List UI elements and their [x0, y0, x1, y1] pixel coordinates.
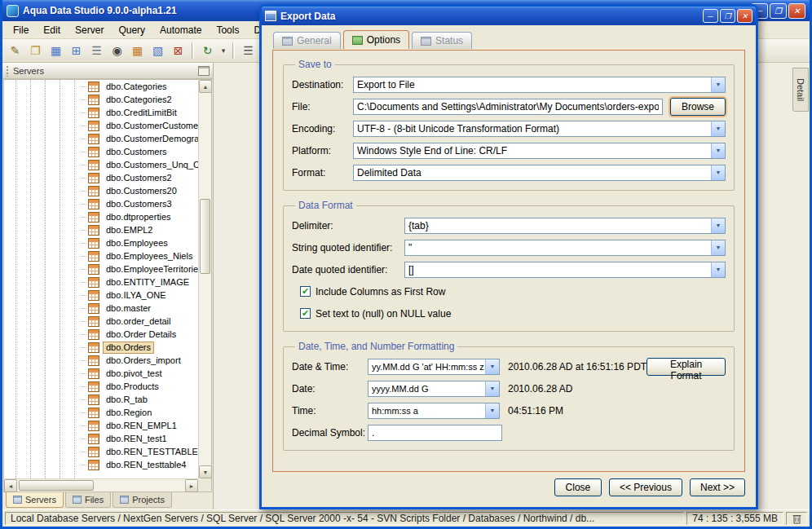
text-results-icon[interactable]: ☰ — [239, 42, 258, 60]
tree-item[interactable]: dbo.CreditLimitBit — [4, 106, 198, 119]
chevron-down-icon[interactable]: ▼ — [711, 121, 725, 136]
alter-table-icon[interactable]: ▧ — [148, 42, 167, 60]
close-button[interactable]: Close — [554, 478, 602, 496]
date-quote-combobox[interactable]: [] ▼ — [404, 262, 726, 278]
close-button[interactable]: ✕ — [737, 9, 752, 23]
tree-item[interactable]: dbo.dtproperties — [4, 210, 198, 223]
tree-item[interactable]: dbo.Orders — [4, 341, 198, 354]
datetime-pattern-combobox[interactable]: yy.MM.dd G 'at' HH:mm:ss z ▼ — [368, 359, 500, 375]
tree-item[interactable]: dbo.EmployeeTerritories — [4, 262, 198, 276]
tree-item[interactable]: dbo.Customers2 — [4, 171, 198, 184]
scrollbar-thumb[interactable] — [19, 480, 94, 491]
menu-file[interactable]: File — [6, 23, 36, 37]
tree-item[interactable]: dbo.EMPL2 — [4, 223, 198, 236]
schema-browser-icon[interactable]: ▦ — [46, 42, 65, 60]
tree-item[interactable]: dbo.CustomerCustomerD — [4, 119, 198, 132]
history-dropdown-icon[interactable]: ▾ — [218, 42, 228, 60]
scroll-right-icon[interactable]: ► — [185, 479, 198, 492]
tree-item[interactable]: dbo.Orders_import — [4, 354, 198, 367]
next-button[interactable]: Next >> — [690, 478, 745, 496]
chevron-down-icon[interactable]: ▼ — [711, 165, 725, 180]
tree-item[interactable]: dbo.R_tab — [4, 393, 198, 406]
format-combobox[interactable]: Delimited Data ▼ — [353, 165, 726, 181]
tree-item[interactable]: dbo.CustomerDemograpl — [4, 132, 198, 145]
scrollbar-thumb[interactable] — [200, 199, 210, 274]
string-quote-combobox[interactable]: " ▼ — [404, 240, 726, 256]
include-columns-checkbox[interactable]: ✔ Include Columns as First Row — [292, 280, 726, 302]
dock-tab-files[interactable]: Files — [65, 492, 111, 508]
close-button[interactable]: ✕ — [788, 3, 805, 19]
menu-query[interactable]: Query — [111, 23, 152, 37]
toolbar-icon[interactable] — [232, 42, 235, 59]
refresh-icon[interactable]: ↻ — [198, 42, 217, 60]
new-table-icon[interactable]: ▦ — [128, 42, 147, 60]
menu-automate[interactable]: Automate — [152, 23, 209, 37]
chevron-down-icon[interactable]: ▼ — [711, 218, 725, 233]
tree-item[interactable]: dbo.pivot_test — [4, 367, 198, 380]
tree-item[interactable]: dbo.ENTITY_IMAGE — [4, 276, 198, 289]
tree-item[interactable]: dbo.Categories2 — [4, 93, 198, 106]
tree-item[interactable]: dbo.Products — [4, 380, 198, 393]
tree-item[interactable]: dbo.Customers3 — [4, 197, 198, 210]
server-registration-icon[interactable]: ☰ — [87, 42, 106, 60]
dock-tab-servers[interactable]: Servers — [6, 492, 64, 508]
tree-item[interactable]: dbo.REN_EMPL1 — [4, 419, 198, 432]
tree-item[interactable]: dbo.Order Details — [4, 328, 198, 341]
null-value-checkbox[interactable]: ✔ Set text to (null) on NULL value — [292, 302, 726, 324]
find-icon[interactable]: ◉ — [108, 42, 126, 60]
chevron-down-icon[interactable]: ▼ — [485, 381, 499, 396]
toolbar-icon[interactable] — [192, 42, 194, 59]
windows-icon[interactable]: ⊞ — [67, 42, 86, 60]
chevron-down-icon[interactable]: ▼ — [485, 359, 499, 374]
tree-item[interactable]: dbo.ILYA_ONE — [4, 289, 198, 302]
dialog-tab-options[interactable]: Options — [343, 30, 409, 49]
maximize-button[interactable]: ❐ — [720, 9, 735, 23]
chevron-down-icon[interactable]: ▼ — [485, 403, 499, 418]
dialog-tab-status[interactable]: Status — [412, 32, 472, 49]
tree-item[interactable]: dbo.Categories — [4, 80, 198, 93]
trash-icon[interactable] — [786, 512, 807, 525]
tree-item[interactable]: dbo.REN_test1 — [4, 432, 198, 445]
menu-edit[interactable]: Edit — [36, 23, 68, 37]
tree-item[interactable]: dbo.REN_testtable4 — [4, 458, 198, 471]
tree-item[interactable]: dbo.Region — [4, 406, 198, 419]
chevron-down-icon[interactable]: ▼ — [711, 262, 725, 277]
scrollbar-track[interactable] — [17, 479, 185, 492]
tree-item[interactable]: dbo.Employees — [4, 236, 198, 249]
destination-combobox[interactable]: Export to File ▼ — [353, 77, 726, 93]
file-path-input[interactable] — [353, 99, 663, 115]
decimal-symbol-input[interactable] — [368, 425, 502, 441]
delimiter-combobox[interactable]: {tab} ▼ — [404, 218, 726, 234]
tree-item[interactable]: dbo.Customers20 — [4, 184, 198, 197]
chevron-down-icon[interactable]: ▼ — [711, 143, 725, 158]
tree-vertical-scrollbar[interactable]: ▲ ▼ — [198, 80, 211, 478]
chevron-down-icon[interactable]: ▼ — [711, 77, 725, 92]
scroll-down-icon[interactable]: ▼ — [199, 465, 212, 478]
tree-item[interactable]: dbo.Customers_Unq_Cns — [4, 158, 198, 171]
maximize-button[interactable]: ❐ — [770, 3, 787, 19]
tree-item[interactable]: dbo.REN_TESTTABLE — [4, 445, 198, 458]
browse-button[interactable]: Browse — [670, 98, 726, 116]
chevron-down-icon[interactable]: ▼ — [711, 240, 725, 255]
menu-tools[interactable]: Tools — [209, 23, 246, 37]
float-panel-icon[interactable] — [198, 66, 210, 76]
scroll-up-icon[interactable]: ▲ — [199, 80, 212, 93]
platform-combobox[interactable]: Windows Style End of Line: CR/LF ▼ — [353, 143, 726, 159]
encoding-combobox[interactable]: UTF-8 - (8-bit Unicode Transformation Fo… — [353, 121, 726, 137]
new-query-icon[interactable]: ✎ — [6, 42, 24, 60]
drop-table-icon[interactable]: ⊠ — [169, 42, 188, 60]
panel-grip-icon[interactable] — [6, 65, 9, 77]
tree-item[interactable]: dbo.Customers — [4, 145, 198, 158]
tree-item[interactable]: dbo.Employees_Niels — [4, 249, 198, 262]
detail-side-tab[interactable]: Detail — [792, 68, 809, 112]
tree-horizontal-scrollbar[interactable]: ◄ ► — [4, 478, 198, 492]
dialog-tab-general[interactable]: General — [273, 32, 341, 49]
time-pattern-combobox[interactable]: hh:mm:ss a ▼ — [368, 403, 500, 419]
previous-button[interactable]: << Previous — [609, 478, 682, 496]
minimize-button[interactable]: ─ — [703, 9, 718, 23]
dock-tab-projects[interactable]: Projects — [113, 492, 172, 508]
date-pattern-combobox[interactable]: yyyy.MM.dd G ▼ — [368, 381, 500, 397]
tree-item[interactable]: dbo.master — [4, 302, 198, 315]
open-file-icon[interactable]: ❐ — [26, 42, 45, 60]
scroll-left-icon[interactable]: ◄ — [4, 479, 17, 492]
